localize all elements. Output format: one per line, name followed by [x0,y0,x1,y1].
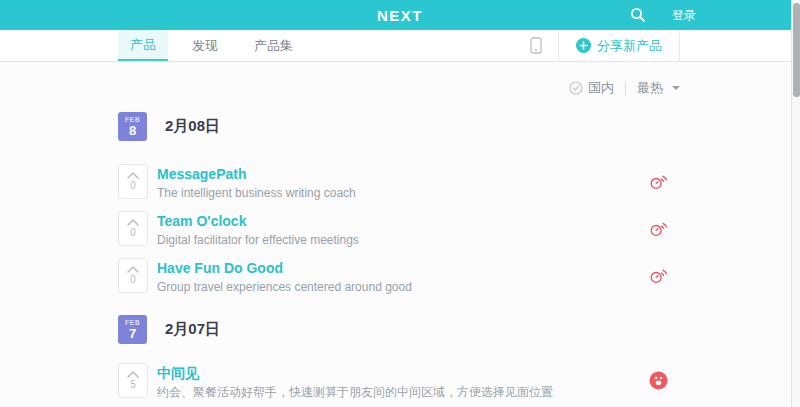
search-button[interactable] [630,7,646,23]
vote-count: 0 [130,180,136,191]
filter-row: 国内 最热 [118,80,680,96]
nav-right: 分享新产品 [514,30,680,61]
plus-circle-icon [576,38,591,53]
page: NEXT 登录 产品 发现 产品集 [0,0,800,407]
product-row: 0 Team O'clock Digital facilitator for e… [118,211,680,246]
day-group-title: 2月08日 [165,117,220,136]
upvote-button[interactable]: 0 [118,164,148,199]
scrollbar-track[interactable] [791,0,800,407]
vote-count: 0 [130,227,136,238]
region-filter-label: 国内 [588,79,614,97]
top-header: NEXT 登录 [0,0,800,30]
main-content: 国内 最热 FEB 8 2月08日 [0,80,800,398]
product-name-link[interactable]: MessagePath [157,166,246,182]
product-description: 约会、聚餐活动好帮手，快速测算于朋友间的中间区域，方便选择见面位置 [157,385,553,399]
day-group-header: FEB 7 2月07日 [118,315,680,344]
nav-bar: 产品 发现 产品集 分享新产品 [0,30,800,62]
product-description: Digital facilitator for effective meetin… [157,233,359,247]
upvote-button[interactable]: 0 [118,258,148,293]
chevron-up-icon [127,172,139,179]
product-description: The intelligent business writing coach [157,186,356,200]
mobile-app-button[interactable] [514,30,558,61]
chevron-up-icon [127,371,139,378]
region-filter[interactable]: 国内 [569,79,614,97]
chevron-up-icon [127,219,139,226]
product-name-link[interactable]: Have Fun Do Good [157,260,283,276]
broadcast-icon[interactable] [649,267,668,284]
broadcast-icon[interactable] [649,220,668,237]
caret-down-icon [672,86,680,90]
date-badge-day: 7 [129,327,136,341]
logo[interactable]: NEXT [377,7,423,24]
day-group-title: 2月07日 [165,320,220,339]
phone-icon [530,37,542,54]
sort-dropdown[interactable]: 最热 [637,79,680,97]
filter-divider [625,82,626,95]
product-description: Group travel experiences centered around… [157,280,412,294]
date-badge-day: 8 [129,124,136,138]
login-link[interactable]: 登录 [672,7,696,24]
date-badge: FEB 8 [118,112,147,141]
upvote-button[interactable]: 0 [118,211,148,246]
product-name-link[interactable]: Team O'clock [157,213,246,229]
scrollbar-thumb[interactable] [793,3,800,97]
day-group: FEB 8 2月08日 0 [118,112,680,293]
product-name-link[interactable]: 中间见 [157,365,199,381]
check-circle-icon [569,81,583,95]
tab-discover[interactable]: 发现 [180,30,230,61]
broadcast-icon[interactable] [649,173,668,190]
product-row: 5 中间见 约会、聚餐活动好帮手，快速测算于朋友间的中间区域，方便选择见面位置 [118,363,680,398]
tab-products[interactable]: 产品 [118,30,168,61]
chevron-up-icon [127,266,139,273]
hot-badge-icon[interactable] [649,371,668,390]
day-group: FEB 7 2月07日 5 中间见 [118,315,680,398]
sort-dropdown-label: 最热 [637,79,663,97]
nav-divider [679,30,680,61]
share-button-label: 分享新产品 [597,37,662,55]
day-group-header: FEB 8 2月08日 [118,112,680,141]
product-row: 0 MessagePath The intelligent business w… [118,164,680,199]
vote-count: 0 [130,274,136,285]
header-actions: 登录 [630,0,696,30]
search-icon [630,7,646,23]
tab-collections[interactable]: 产品集 [242,30,305,61]
share-new-product-button[interactable]: 分享新产品 [559,30,679,61]
date-badge: FEB 7 [118,315,147,344]
vote-count: 5 [130,379,136,390]
product-row: 0 Have Fun Do Good Group travel experien… [118,258,680,293]
upvote-button[interactable]: 5 [118,363,148,398]
